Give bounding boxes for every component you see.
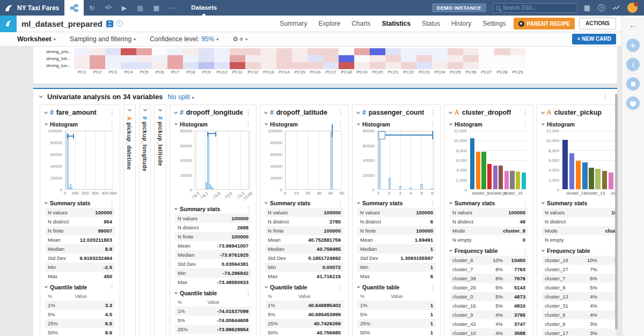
- jobs-icon[interactable]: ▤: [132, 4, 148, 12]
- search-box[interactable]: [493, 3, 577, 13]
- worksheet-settings-menu[interactable]: ⚙⚙▾: [232, 35, 247, 43]
- expand-chevron-icon[interactable]: [143, 108, 147, 111]
- section-menu-icon[interactable]: ⋮: [522, 248, 528, 254]
- confidence-level-menu[interactable]: Confidence level:95%▾: [150, 35, 218, 43]
- panel-menu-icon[interactable]: ⋮: [602, 94, 609, 100]
- new-card-button[interactable]: + NEW CARD: [572, 34, 616, 44]
- section-menu-icon[interactable]: ⋮: [245, 206, 251, 212]
- search-icon: [496, 6, 500, 10]
- section-menu-icon[interactable]: ⋮: [522, 122, 528, 128]
- notebook-icon[interactable]: ▦: [148, 4, 164, 12]
- collapse-chevron-icon[interactable]: [174, 207, 178, 210]
- collapsed-card-pickup_datetime[interactable]: A pickup_datetime: [123, 104, 136, 336]
- section-menu-icon[interactable]: ⋮: [338, 122, 343, 128]
- collapsed-card-pickup_latitude[interactable]: # pickup_latitude: [154, 104, 166, 336]
- help-icon[interactable]: ?: [598, 4, 605, 11]
- apps-grid-icon[interactable]: ▦: [584, 4, 590, 12]
- info-button[interactable]: i: [626, 58, 640, 71]
- collapse-chevron-icon[interactable]: [541, 122, 545, 125]
- expand-chevron-icon[interactable]: [158, 108, 162, 111]
- actions-button[interactable]: ACTIONS: [579, 18, 616, 29]
- collapse-chevron-icon[interactable]: [449, 201, 452, 204]
- collapse-chevron-icon[interactable]: [45, 122, 48, 125]
- parent-recipe-button[interactable]: PARENT RECIPE: [514, 18, 575, 29]
- section-menu-icon[interactable]: ⋮: [522, 200, 528, 206]
- section-menu-icon[interactable]: ⋮: [338, 200, 343, 206]
- back-arrow-icon[interactable]: ←: [629, 20, 637, 29]
- collapse-chevron-icon[interactable]: [541, 110, 545, 114]
- stat-label: N empty: [452, 237, 523, 243]
- y-tick-label: 10,000: [450, 138, 467, 143]
- collapse-chevron-icon[interactable]: [264, 110, 268, 114]
- sampling-filtering-menu[interactable]: Sampling and filtering▾: [70, 35, 136, 43]
- tab-explore[interactable]: Explore: [318, 20, 340, 27]
- collapse-chevron-icon[interactable]: [541, 201, 545, 204]
- section-menu-icon[interactable]: ⋮: [430, 200, 436, 206]
- vertical-scrollbar[interactable]: [615, 94, 618, 330]
- section-menu-icon[interactable]: ⋮: [430, 285, 436, 290]
- more-icon[interactable]: ⋯: [164, 4, 180, 12]
- card-menu-icon[interactable]: ⋮: [522, 109, 529, 116]
- card-menu-icon[interactable]: ⋮: [338, 109, 344, 116]
- section-menu-icon[interactable]: ⋮: [109, 122, 115, 128]
- collapse-chevron-icon[interactable]: [541, 249, 545, 252]
- heatmap-col-label: PC7: [167, 70, 183, 74]
- collapse-chevron-icon[interactable]: [45, 285, 48, 288]
- collapse-chevron-icon[interactable]: [39, 94, 43, 98]
- collapse-chevron-icon[interactable]: [357, 285, 360, 288]
- collapse-chevron-icon[interactable]: [357, 201, 360, 204]
- collapsed-card-pickup_longitude[interactable]: # pickup_longitude: [139, 104, 151, 336]
- collapse-chevron-icon[interactable]: [356, 110, 360, 114]
- collapse-chevron-icon[interactable]: [449, 249, 452, 252]
- section-menu-icon[interactable]: ⋮: [245, 290, 251, 296]
- tab-history[interactable]: History: [451, 20, 471, 27]
- worksheet-menu[interactable]: Worksheet▾: [17, 35, 56, 43]
- sync-icon[interactable]: ↻: [84, 4, 100, 12]
- card-menu-icon[interactable]: ⋮: [245, 109, 252, 116]
- collapse-chevron-icon[interactable]: [265, 285, 268, 288]
- chat-button[interactable]: [626, 96, 640, 110]
- collapse-chevron-icon[interactable]: [44, 110, 48, 114]
- tab-summary[interactable]: Summary: [280, 20, 307, 27]
- collapse-chevron-icon[interactable]: [449, 122, 452, 125]
- tab-status[interactable]: Status: [422, 20, 440, 27]
- project-name[interactable]: NY Taxi Fares: [17, 4, 59, 12]
- section-menu-icon[interactable]: ⋮: [338, 285, 343, 290]
- dataset-icon[interactable]: [0, 16, 17, 32]
- search-input[interactable]: [503, 5, 567, 11]
- card-inner: Acluster_dropoff⋮Histogram⋮12,00010,0008…: [445, 105, 533, 336]
- dataset-status-icon[interactable]: [116, 20, 123, 27]
- flow-tab[interactable]: [64, 0, 84, 16]
- quantile-percent: 25%: [178, 326, 217, 332]
- section-menu-icon[interactable]: ⋮: [245, 122, 251, 128]
- gridline: [248, 131, 248, 189]
- section-menu-icon[interactable]: ⋮: [109, 200, 115, 206]
- dataiku-logo-icon[interactable]: [0, 4, 17, 12]
- collapse-chevron-icon[interactable]: [174, 110, 178, 114]
- add-card-button[interactable]: +: [626, 39, 640, 52]
- split-selector[interactable]: No split ▾: [167, 93, 194, 101]
- collapse-chevron-icon[interactable]: [174, 291, 178, 294]
- section-menu-icon[interactable]: ⋮: [430, 122, 436, 128]
- collapse-chevron-icon[interactable]: [449, 110, 452, 114]
- tab-charts[interactable]: Charts: [352, 20, 370, 27]
- run-icon[interactable]: ▶: [116, 4, 132, 12]
- code-icon[interactable]: </>: [100, 4, 116, 12]
- trend-icon[interactable]: [612, 5, 620, 11]
- collapse-chevron-icon[interactable]: [265, 122, 268, 125]
- y-tick-label: 12,000: [450, 129, 467, 133]
- expand-chevron-icon[interactable]: [128, 108, 131, 111]
- card-menu-icon[interactable]: ⋮: [109, 109, 115, 116]
- section-menu-icon[interactable]: ⋮: [109, 285, 115, 290]
- tab-settings[interactable]: Settings: [482, 20, 506, 27]
- collapse-chevron-icon[interactable]: [174, 122, 178, 125]
- collapse-chevron-icon[interactable]: [265, 201, 268, 204]
- collapse-chevron-icon[interactable]: [45, 201, 48, 204]
- section-label-datasets[interactable]: Datasets: [188, 0, 220, 16]
- user-avatar[interactable]: [627, 3, 638, 13]
- card-menu-icon[interactable]: ⋮: [430, 109, 436, 116]
- heatmap-cell: [199, 62, 214, 69]
- tab-statistics[interactable]: Statistics: [382, 20, 411, 27]
- collapse-chevron-icon[interactable]: [357, 122, 360, 125]
- cards-overview-button[interactable]: [626, 77, 640, 91]
